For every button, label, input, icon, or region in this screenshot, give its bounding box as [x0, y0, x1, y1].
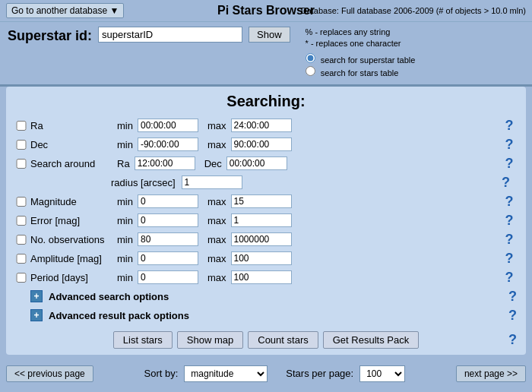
action-help-icon[interactable]: ?	[508, 332, 517, 348]
show-button[interactable]: Show	[249, 27, 290, 43]
magnitude-min-input[interactable]	[138, 194, 198, 208]
error-min-label: min	[117, 215, 133, 226]
amplitude-label: Amplitude [mag]	[30, 253, 114, 264]
no-obs-help-icon[interactable]: ?	[502, 232, 517, 248]
advanced-search-help-icon[interactable]: ?	[508, 289, 517, 305]
period-help-icon[interactable]: ?	[502, 270, 517, 286]
search-around-ra-label: Ra	[117, 158, 130, 169]
radio-group: search for superstar table search for st…	[306, 53, 416, 80]
magnitude-max-input[interactable]	[231, 194, 292, 208]
dec-min-input[interactable]	[138, 138, 198, 151]
no-obs-max-label: max	[207, 234, 226, 245]
amplitude-max-label: max	[207, 253, 226, 264]
no-obs-row: No. observations min max ?	[15, 232, 517, 248]
search-options: % - replaces any string * - replaces one…	[306, 27, 416, 80]
magnitude-max-label: max	[207, 196, 226, 207]
advanced-result-row: + Advanced result pack options ?	[15, 308, 517, 324]
advanced-search-toggle[interactable]: +	[30, 290, 43, 302]
advanced-result-help-icon[interactable]: ?	[508, 308, 517, 324]
magnitude-help-icon[interactable]: ?	[502, 194, 517, 210]
magnitude-row: Magnitude min max ?	[15, 194, 517, 210]
app-title: Pi Stars Browser	[217, 4, 315, 17]
period-label: Period [days]	[30, 272, 114, 283]
amplitude-min-label: min	[117, 253, 133, 264]
list-stars-button[interactable]: List stars	[113, 331, 173, 349]
radio-stars[interactable]	[306, 66, 315, 76]
radius-label: radius [arcsec]	[111, 177, 176, 188]
dec-checkbox[interactable]	[15, 140, 27, 150]
error-row: Error [mag] min max ?	[15, 213, 517, 229]
no-obs-min-input[interactable]	[138, 232, 198, 246]
search-around-help-icon[interactable]: ?	[502, 156, 517, 172]
radius-row: radius [arcsec] ?	[15, 175, 517, 191]
next-page-button[interactable]: next page >>	[456, 365, 526, 382]
dec-help-icon[interactable]: ?	[502, 137, 517, 153]
period-max-label: max	[207, 272, 226, 283]
radius-help-icon[interactable]: ?	[502, 175, 517, 191]
radio-superstar-text: search for superstar table	[321, 55, 416, 65]
search-around-ra-input[interactable]	[135, 156, 195, 170]
radio-stars-label[interactable]: search for stars table	[306, 66, 416, 80]
radio-stars-text: search for stars table	[321, 68, 399, 77]
amplitude-help-icon[interactable]: ?	[502, 251, 517, 267]
show-map-button[interactable]: Show map	[177, 331, 243, 349]
no-obs-min-label: min	[117, 234, 133, 245]
period-checkbox[interactable]	[15, 273, 27, 283]
error-max-label: max	[207, 215, 226, 226]
period-row: Period [days] min max ?	[15, 270, 517, 286]
advanced-result-label: Advanced result pack options	[49, 310, 189, 321]
period-max-input[interactable]	[231, 270, 292, 284]
radio-superstar-label[interactable]: search for superstar table	[306, 53, 416, 67]
dec-min-label: min	[117, 139, 133, 150]
action-row: List stars Show map Count stars Get Resu…	[15, 331, 517, 349]
superstar-label: Superstar id:	[8, 27, 92, 44]
search-around-checkbox[interactable]	[15, 159, 27, 169]
error-help-icon[interactable]: ?	[502, 213, 517, 229]
advanced-search-label: Advanced search options	[49, 291, 169, 302]
superstar-section: Superstar id: Show % - replaces any stri…	[0, 22, 532, 84]
ra-min-label: min	[117, 120, 133, 131]
dec-max-label: max	[207, 139, 226, 150]
amplitude-max-input[interactable]	[231, 251, 292, 265]
sort-label: Sort by:	[144, 368, 179, 379]
perpage-label: Stars per page:	[286, 368, 353, 379]
magnitude-checkbox[interactable]	[15, 197, 27, 207]
ra-checkbox[interactable]	[15, 121, 27, 131]
db-dropdown-button[interactable]: Go to another database ▼	[6, 3, 124, 18]
ra-min-input[interactable]	[138, 119, 198, 132]
error-max-input[interactable]	[231, 213, 292, 227]
no-obs-max-input[interactable]	[231, 232, 292, 246]
no-obs-checkbox[interactable]	[15, 235, 27, 245]
dec-label: Dec	[30, 139, 114, 150]
get-results-button[interactable]: Get Results Pack	[323, 331, 419, 349]
amplitude-checkbox[interactable]	[15, 254, 27, 264]
radio-superstar[interactable]	[306, 53, 315, 63]
search-around-dec-input[interactable]	[226, 156, 287, 170]
ra-max-input[interactable]	[231, 119, 292, 132]
search-around-label: Search around	[30, 158, 114, 169]
magnitude-min-label: min	[117, 196, 133, 207]
dec-max-input[interactable]	[231, 138, 292, 151]
sort-select[interactable]: magnitude ra dec period amplitude	[184, 365, 268, 382]
ra-label: Ra	[30, 120, 114, 131]
dec-row: Dec min max ?	[15, 137, 517, 153]
amplitude-row: Amplitude [mag] min max ?	[15, 251, 517, 267]
advanced-search-row: + Advanced search options ?	[15, 289, 517, 305]
error-checkbox[interactable]	[15, 216, 27, 226]
error-min-input[interactable]	[138, 213, 198, 227]
ra-row: Ra min max ?	[15, 118, 517, 134]
amplitude-min-input[interactable]	[138, 251, 198, 265]
error-label: Error [mag]	[30, 215, 114, 226]
count-stars-button[interactable]: Count stars	[248, 331, 318, 349]
perpage-select[interactable]: 50 100 200 500	[359, 365, 405, 382]
superstar-input[interactable]	[98, 27, 242, 43]
advanced-result-toggle[interactable]: +	[30, 309, 43, 321]
prev-page-button[interactable]: << previous page	[6, 365, 93, 382]
no-obs-label: No. observations	[30, 234, 114, 245]
radius-input[interactable]	[182, 175, 242, 189]
top-bar: Go to another database ▼ Pi Stars Browse…	[0, 0, 532, 22]
period-min-input[interactable]	[138, 270, 198, 284]
period-min-label: min	[117, 272, 133, 283]
hint-line1: % - replaces any string	[306, 27, 416, 38]
ra-help-icon[interactable]: ?	[502, 118, 517, 134]
